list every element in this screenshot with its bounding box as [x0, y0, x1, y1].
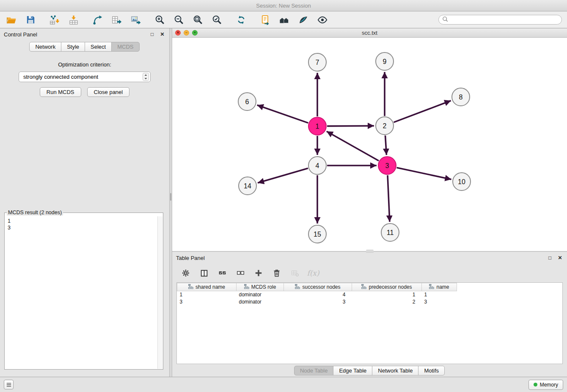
- column-label: predecessor nodes: [369, 284, 412, 290]
- show-columns-icon[interactable]: [198, 268, 209, 279]
- column-label: MCDS role: [251, 284, 276, 290]
- deselect-all-icon[interactable]: [235, 268, 246, 279]
- tab-network[interactable]: Network: [29, 42, 61, 52]
- result-scrollbar[interactable]: [157, 216, 162, 369]
- zoom-in-icon[interactable]: [154, 14, 166, 26]
- tab-network-table[interactable]: Network Table: [372, 366, 418, 375]
- edge-3-1[interactable]: [327, 131, 379, 160]
- node-7[interactable]: 7: [308, 53, 326, 71]
- close-panel-button[interactable]: Close panel: [87, 87, 130, 97]
- add-column-icon[interactable]: [253, 268, 264, 279]
- import-table-icon[interactable]: [67, 14, 80, 26]
- edge-2-3[interactable]: [385, 135, 387, 155]
- node-11[interactable]: 11: [381, 224, 399, 241]
- delete-column-icon[interactable]: [271, 268, 282, 279]
- select-all-icon[interactable]: [217, 268, 228, 279]
- table-cell[interactable]: dominator: [237, 298, 284, 306]
- refresh-layout-icon[interactable]: [235, 14, 248, 26]
- dropdown-stepper-icon: [143, 73, 149, 81]
- node-label: 10: [458, 178, 465, 185]
- search-input[interactable]: [450, 17, 558, 23]
- network-canvas-wrap[interactable]: 7968124314101511: [172, 38, 567, 251]
- tab-edge-table[interactable]: Edge Table: [333, 366, 372, 375]
- tab-mcds[interactable]: MCDS: [111, 42, 139, 52]
- zoom-selected-icon[interactable]: [211, 14, 223, 26]
- tab-select[interactable]: Select: [85, 42, 112, 52]
- mcds-buttons: Run MCDS Close panel: [0, 87, 169, 97]
- optimization-label: Optimization criterion:: [0, 61, 169, 68]
- minimize-window-icon[interactable]: −: [184, 30, 189, 36]
- node-2[interactable]: 2: [376, 117, 394, 135]
- float-panel-icon[interactable]: □: [149, 31, 155, 38]
- node-label: 3: [385, 162, 389, 169]
- node-3[interactable]: 3: [378, 157, 396, 174]
- node-8[interactable]: 8: [452, 88, 470, 106]
- run-mcds-button[interactable]: Run MCDS: [40, 87, 81, 97]
- column-header-shared-name[interactable]: shared name: [177, 283, 237, 291]
- traffic-lights: ✕ − +: [175, 30, 198, 36]
- column-header-name[interactable]: name: [422, 283, 457, 291]
- table-cell[interactable]: 1: [177, 291, 237, 298]
- copy-style-icon[interactable]: [259, 14, 272, 26]
- close-window-icon[interactable]: ✕: [175, 30, 181, 36]
- node-15[interactable]: 15: [308, 225, 326, 243]
- table-cell[interactable]: 2: [352, 298, 422, 306]
- close-panel-icon[interactable]: ✕: [159, 31, 165, 38]
- home-layout-icon[interactable]: [278, 14, 291, 26]
- column-sort-icon: [429, 284, 434, 290]
- open-session-icon[interactable]: [5, 14, 18, 26]
- column-header-successor-nodes[interactable]: successor nodes: [284, 283, 352, 291]
- new-network-icon[interactable]: [91, 14, 104, 26]
- edge-4-14[interactable]: [258, 168, 308, 183]
- table-row[interactable]: 1dominator411: [177, 291, 457, 298]
- export-table-icon[interactable]: [110, 14, 123, 26]
- export-image-icon[interactable]: [129, 14, 142, 26]
- table-panel-header: Table Panel □ ✕: [172, 252, 567, 264]
- table-cell[interactable]: 3: [284, 298, 352, 306]
- table-row[interactable]: 3dominator323: [177, 298, 457, 306]
- search-box[interactable]: [438, 15, 562, 25]
- table-cell[interactable]: 1: [422, 291, 457, 298]
- splitter-handle[interactable]: [170, 193, 171, 201]
- edge-3-10[interactable]: [397, 168, 451, 179]
- column-sort-icon: [361, 284, 366, 290]
- table-cell[interactable]: 4: [284, 291, 352, 298]
- edge-3-11[interactable]: [388, 175, 390, 222]
- edge-2-8[interactable]: [394, 101, 451, 122]
- float-panel-icon[interactable]: □: [547, 255, 553, 261]
- memory-button[interactable]: Memory: [528, 380, 563, 390]
- toolbar-group: [91, 14, 142, 26]
- show-graphics-icon[interactable]: [316, 14, 329, 26]
- table-settings-icon[interactable]: [180, 268, 191, 279]
- table-cell[interactable]: 1: [352, 291, 422, 298]
- column-header-mcds-role[interactable]: MCDS role: [237, 283, 284, 291]
- splitter-handle[interactable]: [366, 250, 374, 253]
- task-history-icon[interactable]: [4, 380, 14, 389]
- table-cell[interactable]: 3: [422, 298, 457, 306]
- zoom-fit-icon[interactable]: [192, 14, 204, 26]
- tab-style[interactable]: Style: [61, 42, 85, 52]
- table-cell[interactable]: dominator: [237, 291, 284, 298]
- node-10[interactable]: 10: [453, 173, 471, 190]
- node-6[interactable]: 6: [238, 93, 256, 110]
- optimization-criterion-select[interactable]: strongly connected component: [19, 72, 151, 82]
- node-1[interactable]: 1: [308, 117, 326, 135]
- paint-style-icon[interactable]: [297, 14, 310, 26]
- function-builder-icon: f(x): [308, 268, 319, 279]
- node-4[interactable]: 4: [308, 157, 326, 174]
- tab-node-table[interactable]: Node Table: [294, 366, 334, 375]
- tab-motifs[interactable]: Motifs: [418, 366, 445, 375]
- edge-1-6[interactable]: [257, 105, 308, 123]
- horizontal-splitter[interactable]: [172, 251, 567, 252]
- edge-1-2[interactable]: [327, 126, 374, 126]
- column-header-predecessor-nodes[interactable]: predecessor nodes: [352, 283, 422, 291]
- node-14[interactable]: 14: [239, 177, 256, 195]
- panel-splitter[interactable]: [169, 28, 172, 377]
- node-9[interactable]: 9: [376, 52, 394, 70]
- zoom-window-icon[interactable]: +: [192, 30, 198, 36]
- save-session-icon[interactable]: [24, 14, 37, 26]
- import-network-icon[interactable]: [48, 14, 61, 26]
- table-cell[interactable]: 3: [177, 298, 237, 306]
- zoom-out-icon[interactable]: [173, 14, 185, 26]
- close-panel-icon[interactable]: ✕: [557, 255, 563, 261]
